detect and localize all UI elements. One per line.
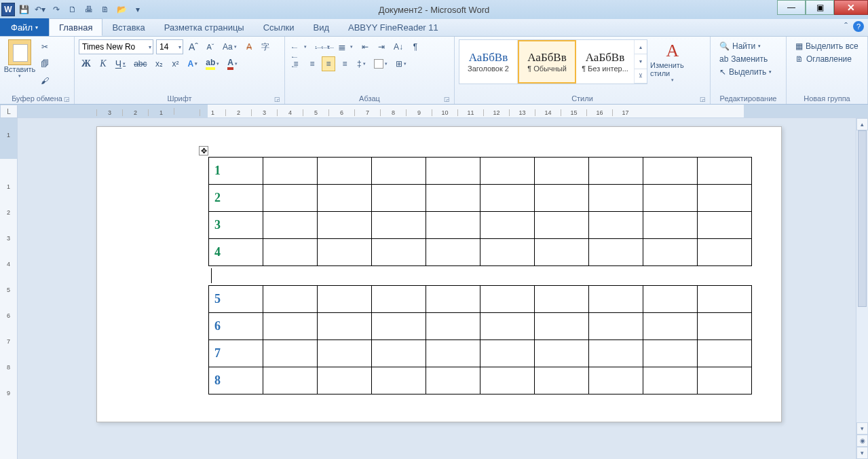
- gallery-up-icon[interactable]: ▴: [635, 40, 647, 54]
- table-cell[interactable]: [698, 286, 752, 313]
- help-icon[interactable]: ?: [853, 21, 864, 32]
- tab-selector[interactable]: L: [0, 105, 18, 118]
- tab-abbyy[interactable]: ABBYY FineReader 11: [339, 18, 448, 36]
- styles-gallery[interactable]: АаБбВв Заголовок 2 АаБбВв ¶ Обычный АаБб…: [459, 39, 647, 84]
- clear-format-icon[interactable]: A̶: [242, 39, 256, 54]
- redo-icon[interactable]: ↷: [49, 2, 64, 17]
- sort-icon[interactable]: A↓: [391, 39, 406, 54]
- table-cell[interactable]: [535, 212, 589, 239]
- table-move-handle[interactable]: ✥: [199, 146, 208, 155]
- table-cell[interactable]: 4: [209, 239, 263, 266]
- table-cell[interactable]: [263, 239, 318, 266]
- table-cell[interactable]: 1: [209, 158, 263, 185]
- table-cell[interactable]: [318, 313, 372, 340]
- table-cell[interactable]: [698, 185, 752, 212]
- justify-icon[interactable]: ≡: [338, 56, 352, 71]
- table-cell[interactable]: [372, 158, 426, 185]
- tab-home[interactable]: Главная: [49, 18, 102, 36]
- table-cell[interactable]: [535, 340, 589, 367]
- tab-file[interactable]: Файл▾: [0, 18, 49, 36]
- document-viewport[interactable]: ✥ 1234 5678: [18, 118, 856, 459]
- new-doc-icon[interactable]: 🗋: [65, 2, 80, 17]
- table-cell[interactable]: [372, 367, 426, 394]
- table-cell[interactable]: [480, 185, 535, 212]
- align-right-icon[interactable]: ≡: [322, 56, 335, 71]
- table-cell[interactable]: [643, 286, 698, 313]
- shading-icon[interactable]: ▾: [371, 56, 390, 71]
- table-cell[interactable]: [372, 340, 426, 367]
- table-cell[interactable]: [589, 286, 643, 313]
- bullets-icon[interactable]: ▾: [289, 39, 309, 54]
- table-cell[interactable]: [426, 158, 480, 185]
- scroll-up-icon[interactable]: ▴: [856, 118, 868, 130]
- text-effects-icon[interactable]: A▾: [185, 56, 201, 71]
- multilevel-icon[interactable]: ▾: [335, 39, 356, 54]
- undo-icon[interactable]: ↶▾: [33, 2, 48, 17]
- table-cell[interactable]: [535, 313, 589, 340]
- table-cell[interactable]: 8: [209, 367, 263, 394]
- doc-table-2[interactable]: 5678: [208, 285, 752, 394]
- table-cell[interactable]: [589, 367, 643, 394]
- preview-icon[interactable]: 🗎: [98, 2, 113, 17]
- subscript-button[interactable]: x₂: [153, 56, 166, 71]
- replace-button[interactable]: abЗаменить: [717, 54, 779, 65]
- table-cell[interactable]: [263, 185, 318, 212]
- table-cell[interactable]: 6: [209, 313, 263, 340]
- italic-button[interactable]: К: [96, 56, 110, 71]
- table-cell[interactable]: [372, 185, 426, 212]
- table-cell[interactable]: [318, 212, 372, 239]
- table-cell[interactable]: [480, 313, 535, 340]
- cut-icon[interactable]: ✂: [38, 39, 52, 54]
- open-icon[interactable]: 📂: [114, 2, 129, 17]
- table-cell[interactable]: [480, 367, 535, 394]
- print-icon[interactable]: 🖶: [81, 2, 96, 17]
- table-cell[interactable]: [480, 239, 535, 266]
- table-cell[interactable]: [426, 239, 480, 266]
- superscript-button[interactable]: x²: [169, 56, 183, 71]
- table-cell[interactable]: [263, 367, 318, 394]
- gallery-down-icon[interactable]: ▾: [635, 54, 647, 69]
- gallery-more-icon[interactable]: ⊻: [635, 69, 647, 84]
- select-all-button[interactable]: ▦Выделить все: [793, 41, 861, 52]
- doc-table-1[interactable]: 1234: [208, 157, 752, 266]
- highlight-icon[interactable]: ab▾: [203, 56, 222, 71]
- table-cell[interactable]: [589, 185, 643, 212]
- table-cell[interactable]: [318, 340, 372, 367]
- table-cell[interactable]: [372, 212, 426, 239]
- minimize-ribbon-icon[interactable]: ˆ: [844, 21, 848, 32]
- change-case-icon[interactable]: Aa▾: [220, 39, 240, 54]
- table-cell[interactable]: [698, 239, 752, 266]
- app-icon[interactable]: W: [1, 3, 15, 16]
- table-cell[interactable]: [263, 340, 318, 367]
- font-name-combo[interactable]: Times New Ro▾: [79, 39, 153, 54]
- table-cell[interactable]: [263, 158, 318, 185]
- table-cell[interactable]: [480, 158, 535, 185]
- table-cell[interactable]: [263, 212, 318, 239]
- table-cell[interactable]: [643, 340, 698, 367]
- table-cell[interactable]: [535, 185, 589, 212]
- vertical-scrollbar[interactable]: ▴ ▾ ◉ ▾: [856, 118, 868, 459]
- tab-insert[interactable]: Вставка: [102, 18, 154, 36]
- numbering-icon[interactable]: ▾: [312, 39, 333, 54]
- table-cell[interactable]: [698, 313, 752, 340]
- scroll-down-icon[interactable]: ▾: [856, 422, 868, 435]
- decrease-indent-icon[interactable]: ⇤: [358, 39, 372, 54]
- table-cell[interactable]: [698, 340, 752, 367]
- find-button[interactable]: 🔍Найти ▾: [717, 41, 779, 52]
- tab-layout[interactable]: Разметка страницы: [155, 18, 254, 36]
- table-cell[interactable]: [643, 239, 698, 266]
- next-page-icon[interactable]: ▾: [856, 447, 868, 459]
- table-cell[interactable]: [318, 185, 372, 212]
- select-button[interactable]: ↖Выделить ▾: [717, 67, 779, 77]
- table-cell[interactable]: 2: [209, 185, 263, 212]
- table-cell[interactable]: [426, 286, 480, 313]
- table-cell[interactable]: [643, 158, 698, 185]
- line-spacing-icon[interactable]: ‡▾: [354, 56, 369, 71]
- phonetic-icon[interactable]: 字: [259, 39, 272, 54]
- show-marks-icon[interactable]: ¶: [409, 39, 422, 54]
- table-cell[interactable]: [263, 313, 318, 340]
- table-cell[interactable]: 5: [209, 286, 263, 313]
- tab-references[interactable]: Ссылки: [254, 18, 304, 36]
- table-cell[interactable]: [589, 158, 643, 185]
- table-cell[interactable]: [426, 340, 480, 367]
